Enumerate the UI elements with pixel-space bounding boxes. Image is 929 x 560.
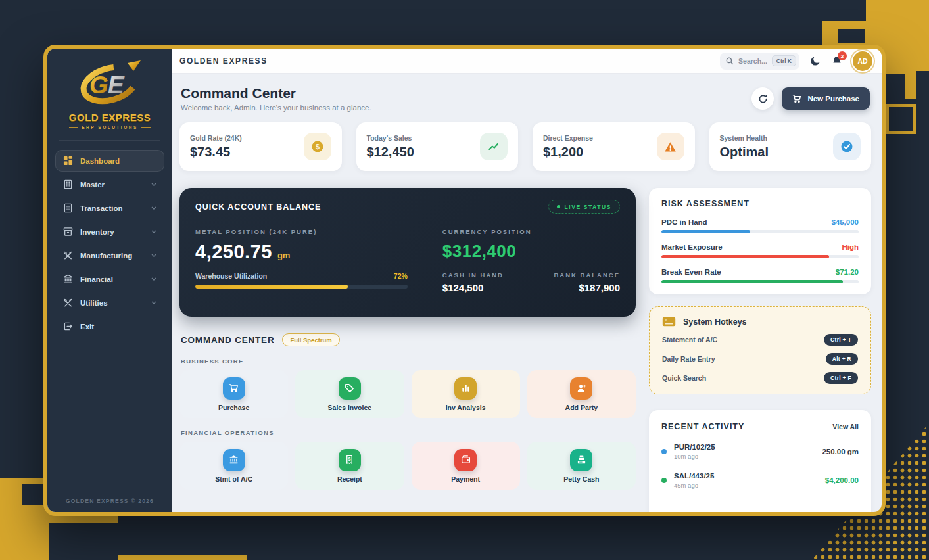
tile-add-party[interactable]: Add Party bbox=[527, 370, 636, 418]
risk-value: $71.20 bbox=[836, 268, 859, 276]
stat-value: $1,200 bbox=[543, 145, 593, 160]
metal-position-label: METAL POSITION (24K PURE) bbox=[195, 228, 408, 235]
risk-title: RISK ASSESSMENT bbox=[661, 199, 859, 208]
cart-icon bbox=[223, 377, 245, 400]
risk-progress-fill bbox=[661, 230, 750, 233]
risk-progress-fill bbox=[661, 255, 829, 258]
stat-label: Today's Sales bbox=[367, 134, 414, 142]
right-column: RISK ASSESSMENT PDC in Hand $45,000 Mark… bbox=[649, 188, 871, 512]
logo-dash bbox=[141, 127, 151, 128]
risk-progress-track bbox=[661, 230, 859, 233]
search-input[interactable]: Search... Ctrl K bbox=[720, 53, 799, 70]
view-all-link[interactable]: View All bbox=[832, 423, 859, 431]
stat-card-gold-rate[interactable]: Gold Rate (24K) $73.45 $ bbox=[179, 122, 342, 171]
stat-card-system-health[interactable]: System Health Optimal bbox=[709, 122, 872, 171]
cash-in-hand-value: $124,500 bbox=[442, 282, 554, 293]
business-core-tiles: Purchase Sales Invoice Inv bbox=[179, 370, 636, 418]
sidebar-divider bbox=[59, 140, 160, 141]
activity-value: 250.00 gm bbox=[822, 448, 859, 455]
sidebar-item-transaction[interactable]: Transaction bbox=[55, 197, 164, 219]
sidebar-item-manufacturing[interactable]: Manufacturing bbox=[55, 245, 164, 266]
sidebar-item-exit[interactable]: Exit bbox=[55, 315, 164, 337]
left-column: QUICK ACCOUNT BALANCE LIVE STATUS METAL … bbox=[179, 188, 636, 512]
user-plus-icon bbox=[570, 377, 592, 400]
tile-label: Sales Invoice bbox=[328, 404, 372, 411]
building-icon bbox=[63, 179, 73, 189]
activity-time: 45m ago bbox=[674, 482, 714, 489]
warehouse-progress-fill bbox=[195, 285, 348, 289]
tile-purchase[interactable]: Purchase bbox=[179, 370, 288, 418]
tile-petty-cash[interactable]: Petty Cash bbox=[527, 442, 636, 490]
dark-mode-toggle[interactable] bbox=[810, 55, 821, 66]
decor-top-right-outline bbox=[886, 104, 916, 134]
system-hotkeys-panel: System Hotkeys Statement of A/C Ctrl + T… bbox=[649, 306, 871, 394]
dashboard-content: Command Center Welcome back, Admin. Here… bbox=[172, 74, 882, 512]
stat-card-todays-sales[interactable]: Today's Sales $12,450 bbox=[356, 122, 519, 171]
refresh-icon bbox=[758, 94, 768, 104]
page-title: Command Center bbox=[181, 85, 371, 101]
tile-label: Inv Analysis bbox=[446, 404, 486, 411]
risk-row-exposure: Market Exposure High bbox=[661, 243, 859, 258]
sidebar-item-dashboard[interactable]: Dashboard bbox=[55, 150, 164, 172]
keyboard-icon bbox=[662, 317, 676, 327]
bar-chart-icon bbox=[454, 377, 477, 400]
notifications-button[interactable]: 2 bbox=[832, 55, 842, 66]
tools-icon bbox=[63, 250, 73, 260]
full-spectrum-badge: Full Spectrum bbox=[282, 333, 339, 346]
bank-icon bbox=[223, 449, 245, 471]
activity-value: $4,200.00 bbox=[825, 477, 859, 484]
trend-up-icon bbox=[480, 133, 508, 160]
sidebar-item-financial[interactable]: Financial bbox=[55, 268, 164, 290]
sidebar-item-utilities[interactable]: Utilities bbox=[55, 292, 164, 314]
sidebar-item-label: Manufacturing bbox=[80, 252, 132, 260]
sidebar-item-master[interactable]: Master bbox=[55, 174, 164, 195]
avatar[interactable]: AD bbox=[853, 51, 872, 71]
balance-title: QUICK ACCOUNT BALANCE bbox=[195, 202, 321, 212]
activity-time: 10m ago bbox=[674, 453, 715, 460]
tile-receipt[interactable]: $ Receipt bbox=[295, 442, 404, 490]
bank-balance-label: BANK BALANCE bbox=[554, 271, 620, 279]
sidebar-item-label: Utilities bbox=[80, 299, 108, 307]
wallet-icon bbox=[454, 449, 477, 471]
stat-card-direct-expense[interactable]: Direct Expense $1,200 bbox=[533, 122, 695, 171]
live-status-badge[interactable]: LIVE STATUS bbox=[548, 200, 620, 214]
archive-box-icon bbox=[63, 227, 73, 237]
tile-inv-analysis[interactable]: Inv Analysis bbox=[412, 370, 520, 418]
search-icon bbox=[726, 57, 734, 65]
sidebar-item-inventory[interactable]: Inventory bbox=[55, 221, 164, 243]
chevron-down-icon bbox=[151, 301, 156, 304]
check-circle-icon bbox=[833, 133, 861, 160]
command-center-section-header: COMMAND CENTER Full Spectrum bbox=[181, 333, 634, 346]
risk-assessment-panel: RISK ASSESSMENT PDC in Hand $45,000 Mark… bbox=[649, 188, 871, 294]
stat-value: $12,450 bbox=[367, 145, 414, 160]
logo-dash bbox=[69, 127, 78, 128]
app-window: G E GOLD EXPRESS ERP SOLUTIONS Dashboard… bbox=[43, 45, 886, 516]
tile-sales-invoice[interactable]: Sales Invoice bbox=[295, 370, 404, 418]
logo-subtitle: ERP SOLUTIONS bbox=[55, 125, 164, 129]
tile-label: Petty Cash bbox=[563, 475, 599, 483]
svg-text:E: E bbox=[108, 72, 125, 99]
refresh-button[interactable] bbox=[751, 87, 774, 110]
new-purchase-button[interactable]: New Purchase bbox=[782, 87, 870, 110]
sidebar-item-label: Dashboard bbox=[80, 157, 120, 165]
tile-payment[interactable]: Payment bbox=[412, 442, 520, 490]
chevron-down-icon bbox=[151, 183, 156, 186]
live-dot-icon bbox=[557, 205, 560, 208]
coin-icon: $ bbox=[304, 133, 331, 160]
invoice-list-icon bbox=[63, 203, 73, 213]
risk-row-pdc: PDC in Hand $45,000 bbox=[661, 218, 859, 233]
activity-ref: PUR/102/25 bbox=[674, 443, 715, 451]
activity-row[interactable]: PUR/102/25 10m ago 250.00 gm bbox=[661, 443, 859, 460]
sidebar-item-label: Financial bbox=[80, 275, 113, 283]
risk-row-breakeven: Break Even Rate $71.20 bbox=[661, 268, 859, 283]
tag-icon bbox=[339, 377, 361, 400]
risk-value: $45,000 bbox=[831, 218, 859, 226]
risk-progress-fill bbox=[661, 280, 843, 283]
stat-label: Direct Expense bbox=[543, 134, 593, 142]
activity-row[interactable]: SAL/443/25 45m ago $4,200.00 bbox=[661, 472, 859, 489]
tile-label: Add Party bbox=[565, 404, 598, 411]
tile-stmt-of-ac[interactable]: Stmt of A/C bbox=[179, 442, 288, 490]
bank-balance-value: $187,900 bbox=[554, 282, 620, 293]
moon-icon bbox=[810, 55, 821, 66]
metal-position-value: 4,250.75 bbox=[195, 241, 272, 263]
